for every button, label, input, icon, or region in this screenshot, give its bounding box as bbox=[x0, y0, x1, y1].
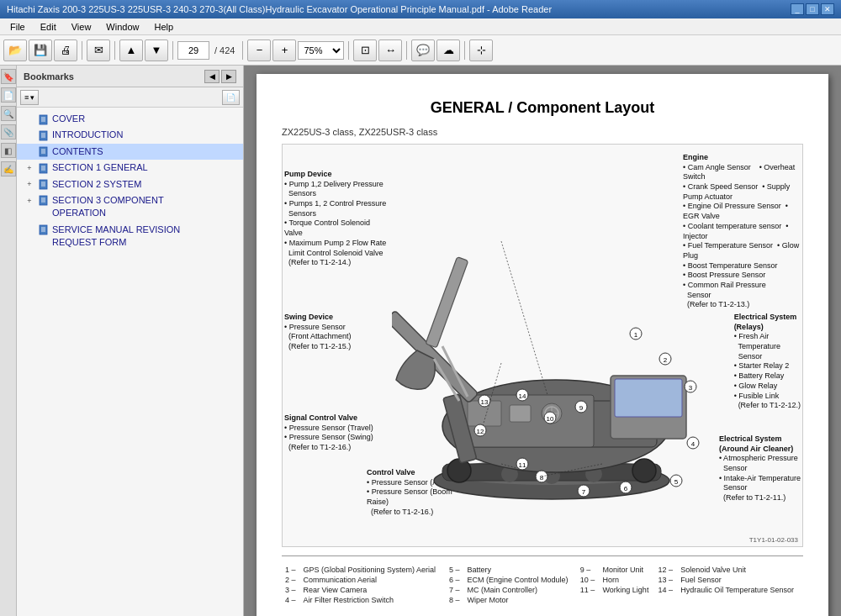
signal-control-label: Signal Control Valve • Pressure Sensor (… bbox=[284, 413, 373, 453]
search-tab[interactable]: 🔍 bbox=[1, 106, 16, 121]
cloud-button[interactable]: ☁ bbox=[436, 39, 460, 61]
menu-view[interactable]: View bbox=[65, 20, 98, 34]
legend-10-num: 10 – bbox=[577, 575, 600, 585]
page-title: GENERAL / Component Layout bbox=[282, 99, 803, 117]
fit-width-button[interactable]: ↔ bbox=[378, 39, 402, 61]
zoom-out-button[interactable]: − bbox=[247, 39, 271, 61]
svg-rect-49 bbox=[426, 257, 468, 348]
pdf-page: GENERAL / Component Layout ZX225US-3 cla… bbox=[257, 74, 828, 616]
print-button[interactable]: 🖨 bbox=[54, 39, 77, 61]
toolbar: 📂 💾 🖨 ✉ ▲ ▼ / 424 − + 50% 75% 100% 125% … bbox=[0, 35, 841, 66]
sidebar-toolbar: ≡ ▾ 📄 bbox=[17, 87, 243, 108]
intro-expander bbox=[24, 129, 35, 141]
menu-edit[interactable]: Edit bbox=[34, 20, 63, 34]
bookmark-introduction[interactable]: INTRODUCTION bbox=[17, 127, 243, 143]
sidebar: Bookmarks ◀ ▶ ≡ ▾ 📄 bbox=[17, 66, 244, 616]
svg-text:14: 14 bbox=[519, 392, 526, 400]
comment-button[interactable]: 💬 bbox=[411, 39, 435, 61]
bookmark-section2[interactable]: + SECTION 2 SYSTEM bbox=[17, 176, 243, 192]
content-area[interactable]: GENERAL / Component Layout ZX225US-3 cla… bbox=[244, 66, 841, 616]
bookmark-section1[interactable]: + SECTION 1 GENERAL bbox=[17, 160, 243, 176]
legend-row-2: 2 – Communication Aerial 6 – ECM (Engine… bbox=[282, 575, 803, 585]
sidebar-collapse-all[interactable]: 📄 bbox=[222, 90, 240, 105]
svg-text:2: 2 bbox=[664, 356, 668, 364]
bookmark-section3[interactable]: + SECTION 3 COMPONENTOPERATION bbox=[17, 192, 243, 222]
toolbar-separator-6 bbox=[406, 41, 407, 60]
page-number-input[interactable] bbox=[177, 41, 209, 60]
pages-tab[interactable]: 📄 bbox=[1, 87, 16, 103]
svg-text:1: 1 bbox=[634, 331, 638, 339]
open-button[interactable]: 📂 bbox=[3, 39, 27, 61]
section1-expander[interactable]: + bbox=[24, 162, 35, 174]
cover-expander bbox=[24, 113, 35, 125]
svg-text:6: 6 bbox=[624, 485, 628, 492]
legend-11-num: 11 – bbox=[577, 585, 600, 595]
main-area: 🔖 📄 🔍 📎 ◧ ✍ Bookmarks ◀ ▶ ≡ ▾ 📄 bbox=[0, 66, 841, 616]
svg-point-32 bbox=[632, 459, 656, 482]
legend-1-desc: GPS (Global Positioning System) Aerial bbox=[300, 565, 447, 575]
next-page-button[interactable]: ▼ bbox=[145, 39, 168, 61]
diagram-container: Pump Device • Pump 1,2 Delivery Pressure… bbox=[282, 144, 803, 547]
legend-6-desc: ECM (Engine Control Module) bbox=[464, 575, 577, 585]
attachments-tab[interactable]: 📎 bbox=[1, 124, 16, 140]
legend-9-desc: Monitor Unit bbox=[600, 565, 655, 575]
legend-12-num: 12 – bbox=[654, 565, 677, 575]
select-button[interactable]: ⊹ bbox=[469, 39, 493, 61]
svg-rect-20 bbox=[40, 196, 47, 205]
electrical-relay-label: Electrical System(Relays) • Fresh Air Te… bbox=[734, 313, 801, 411]
sidebar-options-menu[interactable]: ≡ ▾ bbox=[20, 90, 39, 105]
smr-icon bbox=[37, 224, 49, 236]
email-button[interactable]: ✉ bbox=[87, 39, 110, 61]
zoom-select[interactable]: 50% 75% 100% 125% 150% bbox=[298, 41, 344, 60]
bookmark-cover[interactable]: COVER bbox=[17, 111, 243, 127]
legend-14-num: 14 – bbox=[654, 585, 677, 595]
section2-icon bbox=[37, 179, 49, 191]
sidebar-collapse-button[interactable]: ◀ bbox=[204, 70, 220, 83]
fit-page-button[interactable]: ⊡ bbox=[353, 39, 377, 61]
sidebar-header: Bookmarks ◀ ▶ bbox=[17, 66, 243, 87]
legend-table: 1 – GPS (Global Positioning System) Aeri… bbox=[282, 565, 803, 605]
svg-line-80 bbox=[501, 241, 547, 395]
svg-rect-0 bbox=[40, 115, 47, 124]
legend-3-num: 3 – bbox=[282, 585, 300, 595]
legend-12-desc: Solenoid Valve Unit bbox=[677, 565, 803, 575]
legend-13-num: 13 – bbox=[654, 575, 677, 585]
menu-window[interactable]: Window bbox=[99, 20, 145, 34]
sidebar-options-button[interactable]: ▶ bbox=[221, 70, 236, 83]
prev-page-button[interactable]: ▲ bbox=[119, 39, 143, 61]
bookmark-contents[interactable]: CONTENTS bbox=[17, 144, 243, 160]
legend-4-desc: Air Filter Restriction Switch bbox=[300, 595, 447, 605]
part-id: T1Y1-01-02-033 bbox=[749, 536, 798, 545]
svg-point-31 bbox=[447, 459, 471, 482]
window-controls: _ □ ✕ bbox=[791, 3, 834, 15]
zoom-in-button[interactable]: + bbox=[272, 39, 296, 61]
minimize-button[interactable]: _ bbox=[791, 3, 804, 15]
bookmarks-tab[interactable]: 🔖 bbox=[1, 69, 16, 84]
svg-rect-12 bbox=[40, 164, 47, 173]
section3-expander[interactable]: + bbox=[24, 195, 35, 207]
window-title: Hitachi Zaxis 200-3 225US-3 225USR-3 240… bbox=[7, 4, 791, 14]
close-button[interactable]: ✕ bbox=[821, 3, 834, 15]
layers-tab[interactable]: ◧ bbox=[1, 143, 16, 158]
page-total: / 424 bbox=[211, 45, 238, 55]
signature-tab[interactable]: ✍ bbox=[1, 161, 16, 176]
intro-icon bbox=[37, 129, 49, 141]
dropdown-icon: ▾ bbox=[30, 93, 34, 102]
restore-button[interactable]: □ bbox=[806, 3, 819, 15]
menu-bar: File Edit View Window Help bbox=[0, 18, 841, 35]
legend-8-num: 8 – bbox=[446, 595, 464, 605]
legend-4-num: 4 – bbox=[282, 595, 300, 605]
menu-help[interactable]: Help bbox=[147, 20, 180, 34]
menu-file[interactable]: File bbox=[3, 20, 32, 34]
legend-6-num: 6 – bbox=[446, 575, 464, 585]
svg-text:10: 10 bbox=[547, 415, 554, 423]
save-button[interactable]: 💾 bbox=[29, 39, 52, 61]
section2-label: SECTION 2 SYSTEM bbox=[52, 178, 240, 191]
left-panel-tabs: 🔖 📄 🔍 📎 ◧ ✍ bbox=[0, 66, 17, 616]
legend-row-3: 3 – Rear View Camera 7 – MC (Main Contro… bbox=[282, 585, 803, 595]
bookmark-smr[interactable]: SERVICE MANUAL REVISIONREQUEST FORM bbox=[17, 222, 243, 251]
bottom-legend: 1 – GPS (Global Positioning System) Aeri… bbox=[282, 555, 803, 605]
section2-expander[interactable]: + bbox=[24, 179, 35, 191]
svg-text:7: 7 bbox=[582, 488, 586, 496]
svg-text:13: 13 bbox=[481, 398, 489, 406]
